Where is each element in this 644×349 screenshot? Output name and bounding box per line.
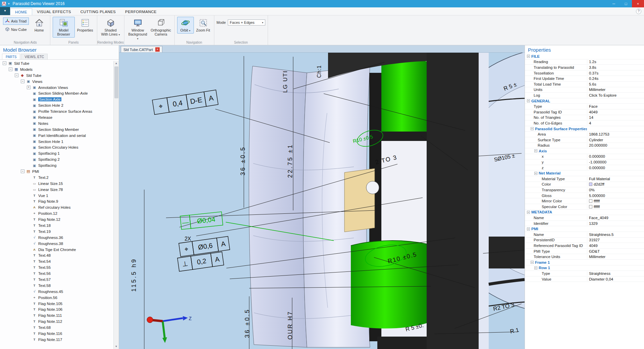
property-section-parasolid-surface-properties[interactable]: −Parasolid Surface Properties bbox=[525, 126, 644, 132]
pmi-annotation[interactable]: LG UTI bbox=[282, 70, 288, 93]
expander-minus-icon[interactable]: − bbox=[3, 61, 6, 65]
property-section-metadata[interactable]: −METADATA bbox=[525, 210, 644, 215]
expander-minus-icon[interactable]: − bbox=[534, 149, 537, 152]
property-row-referenced-parasolid-tag-id[interactable]: Referenced Parasolid Tag ID4049 bbox=[525, 243, 644, 249]
tree-item-section-sliding-member[interactable]: ▣Section Sliding Member bbox=[1, 127, 113, 133]
property-row-name[interactable]: NameFace_4049 bbox=[525, 215, 644, 221]
property-row-pmi-type[interactable]: PMI TypeGD&T bbox=[525, 249, 644, 254]
property-row-material-type[interactable]: Material TypeFull Material bbox=[525, 176, 644, 182]
app-menu-button[interactable]: ▾ bbox=[0, 7, 10, 15]
browser-tab-parts[interactable]: PARTS bbox=[2, 54, 20, 59]
tree-item-position-12[interactable]: ⌖Position.12 bbox=[1, 210, 113, 216]
property-row-tessellation[interactable]: Tessellation0.37s bbox=[525, 70, 644, 76]
tree-item-flag-note-12[interactable]: TFlag Note.12 bbox=[1, 216, 113, 222]
properties-button[interactable]: Properties bbox=[76, 17, 95, 34]
tree-item-models[interactable]: −▦Models bbox=[1, 66, 113, 72]
property-row-reading[interactable]: Reading1.2s bbox=[525, 59, 644, 65]
ribbon-tab-visual-effects[interactable]: VISUAL EFFECTS bbox=[32, 8, 76, 15]
expander-minus-icon[interactable]: − bbox=[527, 211, 530, 214]
scrollbar-thumb[interactable] bbox=[114, 66, 118, 98]
tree-item-text-54[interactable]: TText.54 bbox=[1, 258, 113, 264]
ribbon-tab-home[interactable]: HOME bbox=[10, 8, 32, 15]
maximize-button[interactable]: □ bbox=[620, 0, 632, 7]
property-row-translating-to-parasolid[interactable]: Translating to Parasolid3.8s bbox=[525, 65, 644, 70]
property-section-frame-1[interactable]: −Frame 1 bbox=[525, 260, 644, 265]
property-row-specular-color[interactable]: Specular Colorffffff bbox=[525, 204, 644, 210]
pmi-annotation[interactable]: OUR H7 bbox=[287, 311, 293, 340]
tree-item-flag-note-106[interactable]: TFlag Note.106 bbox=[1, 307, 113, 313]
property-row-identifier[interactable]: Identifier1329 bbox=[525, 221, 644, 227]
property-row-transparency[interactable]: Transparency0% bbox=[525, 187, 644, 193]
viewport-3d[interactable]: Sld Tube.CATPart × bbox=[119, 45, 525, 349]
property-row-name[interactable]: NameStraightness.5 bbox=[525, 232, 644, 238]
tree-item-profile-tolerance-surface-areas[interactable]: ▣Profile Tolerance Surface Areas bbox=[1, 108, 113, 114]
expander-minus-icon[interactable]: − bbox=[15, 73, 18, 77]
tree-item-notes[interactable]: ▣Notes bbox=[1, 120, 113, 127]
tree-item-section-sliding-member-axle[interactable]: ▣Section Sliding Member-Axle bbox=[1, 90, 113, 96]
expander-minus-icon[interactable]: − bbox=[9, 67, 12, 71]
tree-item-vue-1[interactable]: TVue 1 bbox=[1, 193, 113, 199]
property-section-axis[interactable]: −Axis bbox=[525, 148, 644, 154]
highlighted-face-green-top[interactable] bbox=[381, 59, 427, 132]
pmi-annotation[interactable]: 36 ±0.5 bbox=[244, 308, 251, 338]
tree-item-flag-note-9[interactable]: TFlag Note.9 bbox=[1, 198, 113, 204]
tree-item-roughness-45[interactable]: √Roughness.45 bbox=[1, 289, 113, 295]
tree-item-text-58[interactable]: TText.58 bbox=[1, 283, 113, 289]
tree-item-linear-size-15[interactable]: ▭Linear Size.15 bbox=[1, 181, 113, 187]
expander-minus-icon[interactable]: − bbox=[534, 266, 537, 269]
window-background-button[interactable]: Window Background ▾ bbox=[127, 17, 149, 42]
tree-item-roughness-38[interactable]: √Roughness.38 bbox=[1, 241, 113, 247]
ribbon-tab-cutting-planes[interactable]: CUTTING PLANES bbox=[76, 8, 120, 15]
tree-item-section-circulary-holes[interactable]: ▣Section Circulary Holes bbox=[1, 144, 113, 150]
property-row-value[interactable]: ValueDiameter 0,04 bbox=[525, 277, 644, 282]
pmi-annotation[interactable]: 115.5 h9 bbox=[130, 258, 137, 292]
tree-item-text-56[interactable]: TText.56 bbox=[1, 270, 113, 277]
tree-item-annotation-views[interactable]: +▣Annotation Views bbox=[1, 85, 113, 91]
orthographic-camera-button[interactable]: Orthographic Camera bbox=[150, 17, 172, 38]
property-row-total-load-time[interactable]: Total Load Time5.6s bbox=[525, 82, 644, 87]
tree-item-views[interactable]: −▣Views bbox=[1, 79, 113, 85]
expander-minus-icon[interactable]: − bbox=[21, 80, 24, 83]
tree-item-flag-note-105[interactable]: TFlag Note.105 bbox=[1, 301, 113, 307]
expander-minus-icon[interactable]: − bbox=[527, 99, 530, 102]
tree-item-section-hole-2[interactable]: ▣Section Hole 2 bbox=[1, 102, 113, 108]
tree-item-linear-size-78[interactable]: ▭Linear Size.78 bbox=[1, 187, 113, 193]
tree-item-flag-note-116[interactable]: TFlag Note.116 bbox=[1, 331, 113, 337]
tree-item-pmi[interactable]: −▤PMI bbox=[1, 168, 113, 174]
expander-minus-icon[interactable]: − bbox=[21, 169, 24, 173]
tree-item-sld-tube[interactable]: −◆Sld Tube bbox=[1, 72, 113, 79]
tube-outer-face[interactable] bbox=[249, 66, 307, 347]
tree-item-spotfacing[interactable]: ▣Spotfacing bbox=[1, 162, 113, 168]
property-row-area[interactable]: Area1868.12753 bbox=[525, 132, 644, 137]
tree-item-sld-tube[interactable]: −▣Sld Tube bbox=[1, 60, 113, 66]
expander-plus-icon[interactable]: + bbox=[27, 86, 31, 89]
model-browser-button[interactable]: Model Browser bbox=[53, 17, 75, 38]
expander-minus-icon[interactable]: − bbox=[527, 55, 530, 58]
shaded-with-lines-button[interactable]: Shaded With Lines ▾ bbox=[100, 17, 122, 38]
expander-minus-icon[interactable]: − bbox=[534, 172, 537, 175]
tree-item-spotfacing-2[interactable]: ▣Spotfacing 2 bbox=[1, 156, 113, 162]
tree-item-text-68[interactable]: TText.68 bbox=[1, 325, 113, 331]
tree-item-section-axle[interactable]: ▣Section Axle bbox=[1, 96, 113, 102]
tree-item-text-18[interactable]: TText.18 bbox=[1, 222, 113, 229]
axis-triad-button[interactable]: Axis Triad bbox=[3, 17, 29, 25]
zoom-fit-button[interactable]: Zoom Fit bbox=[195, 17, 212, 34]
home-button[interactable]: Home bbox=[31, 17, 48, 34]
help-icon[interactable]: ? bbox=[636, 9, 641, 14]
tree-item-text-57[interactable]: TText.57 bbox=[1, 277, 113, 283]
document-tab[interactable]: Sld Tube.CATPart × bbox=[121, 46, 162, 52]
property-row-tolerance-units[interactable]: Tolerance UnitsMillimeter bbox=[525, 254, 644, 260]
pmi-annotation[interactable]: 2X bbox=[184, 236, 191, 242]
property-row-type[interactable]: TypeFace bbox=[525, 104, 644, 109]
property-section-file[interactable]: −FILE bbox=[525, 54, 644, 59]
property-row-surface-type[interactable]: Surface TypeCylinder bbox=[525, 137, 644, 143]
selection-mode-select[interactable]: Faces + Edges▾ bbox=[228, 19, 265, 26]
tree-item-part-identification-and-serial[interactable]: ▣Part Identification and serial bbox=[1, 133, 113, 139]
expander-minus-icon[interactable]: − bbox=[531, 127, 534, 130]
expander-minus-icon[interactable]: − bbox=[531, 261, 534, 264]
tree-item-spotfacing-1[interactable]: ▣Spotfacing 1 bbox=[1, 150, 113, 156]
pmi-annotation[interactable]: Z bbox=[189, 316, 192, 321]
property-row-type[interactable]: TypeStraightness bbox=[525, 271, 644, 277]
property-row-color[interactable]: Colord2d2ff bbox=[525, 182, 644, 188]
tree-item-flag-note-111[interactable]: TFlag Note.111 bbox=[1, 312, 113, 318]
